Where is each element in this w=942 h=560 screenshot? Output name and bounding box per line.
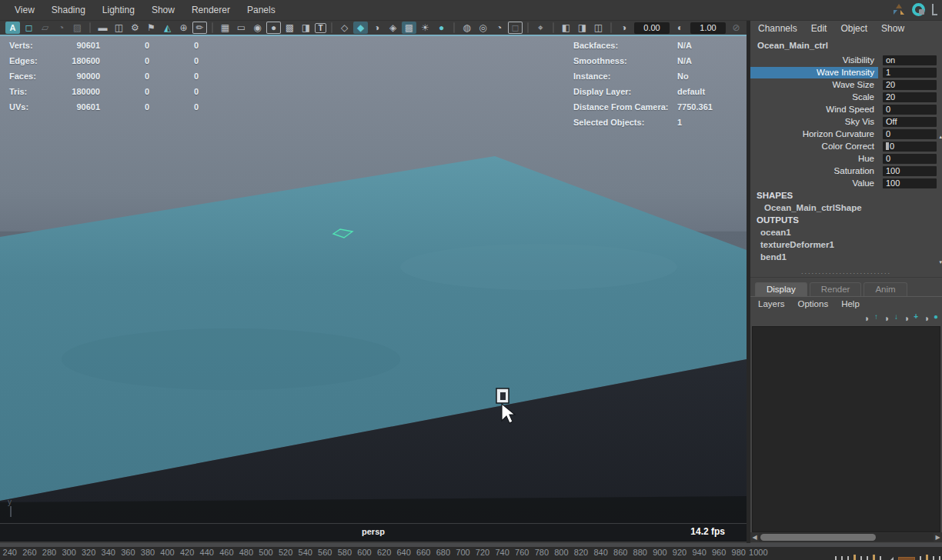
playback-button[interactable]	[841, 556, 843, 560]
menu-item[interactable]: Show	[881, 23, 911, 34]
channel-value-field[interactable]: 100	[883, 178, 937, 188]
menu-item[interactable]: Channels	[758, 23, 804, 34]
shaded-textured-icon[interactable]: ◑	[369, 22, 384, 34]
channel-name[interactable]: Value	[750, 178, 878, 189]
scroll-down-icon[interactable]: ▾	[939, 259, 942, 265]
time-slider[interactable]: 2402602803003203403603804004204404604805…	[0, 543, 942, 560]
anti-aliasing-icon[interactable]: ◔	[492, 22, 506, 34]
channel-value-field[interactable]: 100	[883, 166, 937, 176]
view-transform-icon[interactable]: ⊘	[729, 22, 743, 34]
playback-button[interactable]	[853, 555, 856, 560]
channel-value-field[interactable]: 0	[883, 105, 937, 115]
menu-item[interactable]: Renderer	[183, 5, 239, 15]
ambient-occlusion-icon[interactable]: ◍	[459, 22, 474, 34]
channel-name[interactable]: Wave Size	[750, 79, 878, 91]
camera-attributes-icon[interactable]: ⚙	[128, 22, 142, 34]
playback-button[interactable]	[867, 556, 868, 560]
menu-item[interactable]: Help	[841, 299, 860, 308]
menu-item[interactable]: Lighting	[94, 5, 143, 15]
menu-item[interactable]: Show	[143, 5, 183, 15]
exposure-field[interactable]: 0.00	[634, 22, 670, 34]
playback-button[interactable]	[886, 557, 894, 560]
film-gate-icon[interactable]: ▭	[234, 22, 249, 34]
lasso-select-icon[interactable]: ▱	[38, 22, 52, 34]
snap-together-icon[interactable]	[891, 2, 907, 16]
channel-name[interactable]: Hue	[750, 153, 878, 165]
channel-value-field[interactable]: 1	[883, 68, 937, 78]
output-node-item[interactable]: textureDeformer1	[750, 238, 942, 251]
safe-action-icon[interactable]: ◨	[299, 22, 313, 34]
gamma-icon[interactable]: ◐	[673, 22, 687, 34]
motion-blur-icon[interactable]: ◎	[476, 22, 490, 34]
xray-icon[interactable]: ◧	[559, 22, 573, 34]
playback-button[interactable]	[847, 556, 849, 560]
camera-icon[interactable]: ▬	[95, 22, 110, 34]
grid-icon[interactable]: ▦	[218, 22, 232, 34]
move-layer-up-icon[interactable]: ◗ ↑	[864, 312, 879, 325]
channel-name[interactable]: Wave Intensity	[750, 67, 878, 78]
field-chart-icon[interactable]: ▩	[282, 22, 297, 34]
scroll-right-icon[interactable]: ▶	[934, 534, 942, 541]
new-empty-layer-icon[interactable]: ◗ +	[904, 312, 919, 325]
channel-value-field[interactable]: on	[883, 55, 937, 65]
scrollbar-track[interactable]	[759, 533, 934, 542]
selection-mask-icon[interactable]: A	[5, 22, 20, 34]
playback-button[interactable]	[926, 555, 928, 560]
output-node-item[interactable]: ocean1	[750, 226, 942, 238]
exposure-icon[interactable]: ◑	[616, 22, 631, 34]
select-overlay-icon[interactable]: ▨	[70, 22, 85, 34]
shadows-icon[interactable]: ●	[434, 22, 449, 34]
gamma-field[interactable]: 1.00	[690, 22, 726, 34]
playback-button[interactable]	[933, 556, 934, 560]
shape-node-item[interactable]: Ocean_Main_ctrlShape	[750, 202, 942, 214]
playback-button[interactable]	[939, 556, 940, 560]
menu-item[interactable]: Shading	[43, 5, 94, 15]
wireframe-icon[interactable]: ◇	[337, 22, 352, 34]
menu-item[interactable]: Edit	[811, 23, 834, 34]
plugin-shapes-icon[interactable]: ◫	[591, 22, 606, 34]
pan-zoom-icon[interactable]: ⊕	[176, 22, 191, 34]
channel-name[interactable]: Scale	[750, 92, 878, 103]
new-layer-from-selected-icon[interactable]: ◗ ●	[924, 312, 939, 325]
safe-title-icon[interactable]: T	[315, 23, 326, 33]
channel-name[interactable]: Visibility	[750, 55, 878, 66]
playback-button[interactable]	[920, 556, 921, 560]
grease-pencil-icon[interactable]: ✏	[192, 22, 207, 34]
channel-name[interactable]: Wind Speed	[750, 104, 878, 115]
menu-item[interactable]: Layers	[758, 299, 785, 308]
output-node-item[interactable]: bend1	[750, 251, 942, 263]
playback-button[interactable]	[873, 555, 875, 560]
menu-item[interactable]: Options	[798, 299, 829, 308]
shaded-display-icon[interactable]: ◆	[353, 22, 368, 34]
channel-value-field[interactable]: Off	[883, 117, 937, 127]
xray-joints-icon[interactable]: ◨	[575, 22, 590, 34]
channel-name[interactable]: Saturation	[750, 165, 878, 177]
tab[interactable]: Anim	[864, 282, 907, 296]
tab[interactable]: Display	[755, 282, 807, 296]
channel-name[interactable]: Horizon Curvature	[750, 128, 878, 140]
3d-viewport[interactable]: Verts: 90601 0 0 Edges: 180600 0 0	[0, 36, 747, 523]
channel-name[interactable]: Sky Vis	[750, 116, 878, 128]
display-layers-list[interactable]	[752, 326, 940, 532]
menu-item[interactable]: View	[6, 5, 43, 15]
scroll-left-icon[interactable]: ◀	[750, 534, 759, 541]
resolution-gate-icon[interactable]: ◉	[250, 22, 265, 34]
object-selection-icon[interactable]: ⌖	[533, 22, 548, 34]
playback-button[interactable]	[860, 556, 862, 560]
marquee-select-icon[interactable]: ◻	[22, 22, 36, 34]
camera-lock-icon[interactable]: ◫	[112, 22, 126, 34]
workspace-icon[interactable]	[912, 3, 925, 16]
clamp-icon[interactable]	[932, 4, 937, 15]
playback-button[interactable]	[880, 556, 881, 560]
channel-value-field[interactable]: 0	[883, 129, 937, 139]
tab[interactable]: Render	[810, 282, 862, 296]
channel-value-field[interactable]: 20	[883, 92, 937, 102]
node-name-label[interactable]: Ocean_Main_ctrl	[750, 35, 942, 54]
channel-name[interactable]: Color Correct	[750, 141, 878, 152]
checker-display-icon[interactable]: ▩	[402, 22, 416, 34]
scroll-up-icon[interactable]: ▴	[939, 134, 942, 140]
channel-value-field[interactable]: 20	[883, 80, 937, 90]
playback-button[interactable]	[835, 556, 837, 560]
channel-box-scroll-strip[interactable]: ▴ ▾	[937, 35, 942, 282]
image-plane-icon[interactable]: ◭	[160, 22, 175, 34]
